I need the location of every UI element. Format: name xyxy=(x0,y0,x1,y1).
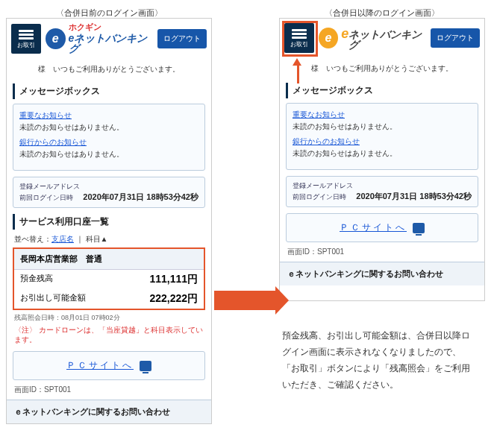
greeting-text: 様 いつもご利用ありがとうございます。 xyxy=(7,58,211,81)
logout-button[interactable]: ログアウト xyxy=(157,29,207,48)
explanation-text: 預金残高、お引出し可能金額は、合併日以降ログイン画面に表示されなくなりましたので… xyxy=(282,328,476,393)
note-body: カードローンは、「当座貸越」と科目表示しています。 xyxy=(14,326,203,344)
bank-notice-link[interactable]: 銀行からのお知らせ xyxy=(19,138,87,146)
meta-mail-label: 登録メールアドレス xyxy=(19,182,80,192)
balance-label: 預金残高 xyxy=(20,273,53,286)
cardloan-note: 〈注〉 カードローンは、「当座貸越」と科目表示しています。 xyxy=(14,326,204,345)
phone-before: お取引 e ホクギン eネットバンキング ログアウト 様 いつもご利用ありがとう… xyxy=(6,18,212,424)
important-notice-text: 未読のお知らせはありません。 xyxy=(293,122,472,132)
messagebox: 重要なお知らせ 未読のお知らせはありません。 銀行からのお知らせ 未読のお知らせ… xyxy=(13,104,205,171)
transactions-menu-button[interactable]: お取引 xyxy=(11,24,41,54)
balance-value: 111,111円 xyxy=(149,273,198,286)
sort-by-item[interactable]: ｜ 科目▲ xyxy=(74,235,107,243)
bank-notice-text: 未読のお知らせはありません。 xyxy=(293,148,472,159)
account-head: 長岡本店営業部 普通 xyxy=(14,249,204,270)
section-messagebox-title: メッセージボックス xyxy=(286,83,478,98)
screen-id-value: SPT001 xyxy=(44,385,71,394)
logo-service: eネットバンキング xyxy=(69,33,153,54)
withdrawable-value: 222,222円 xyxy=(149,292,198,306)
messagebox: 重要なお知らせ 未読のお知らせはありません。 銀行からのお知らせ 未読のお知らせ… xyxy=(286,103,478,170)
logo-service-text: ネットバンキング xyxy=(348,29,426,50)
logo-service: eネットバンキング xyxy=(341,27,426,50)
caption-after: 〈合併日以降のログイン画面〉 xyxy=(279,7,485,19)
logout-button[interactable]: ログアウト xyxy=(431,28,480,48)
important-notice-text: 未読のお知らせはありません。 xyxy=(19,122,198,133)
arrow-up-icon xyxy=(296,58,301,83)
withdrawable-label: お引出し可能金額 xyxy=(20,292,86,306)
connector-arrow-icon xyxy=(214,291,278,310)
meta-timestamp: 2020年07月31日 18時53分42秒 xyxy=(83,192,198,203)
menu-label: お取引 xyxy=(17,41,35,49)
note-tag: 〈注〉 xyxy=(14,326,37,334)
section-accounts-title: サービス利用口座一覧 xyxy=(13,214,205,230)
app-header: お取引 e ホクギン eネットバンキング ログアウト xyxy=(7,19,211,58)
logo-e: e xyxy=(341,27,348,40)
sort-prefix: 並べ替え： xyxy=(14,235,51,243)
screen-id-label: 画面ID： xyxy=(14,385,44,394)
logo: e eネットバンキング xyxy=(319,27,426,50)
pc-site-label: ＰＣサイトへ xyxy=(340,221,407,234)
login-meta: 登録メールアドレス 前回ログイン日時 2020年07月31日 18時53分42秒 xyxy=(286,176,478,207)
pc-site-button[interactable]: ＰＣサイトへ xyxy=(286,213,478,242)
login-meta: 登録メールアドレス 前回ログイン日時 2020年07月31日 18時53分42秒 xyxy=(13,177,205,208)
monitor-icon xyxy=(413,223,425,233)
screen-id-label: 画面ID： xyxy=(287,247,317,256)
callout-frame-menu xyxy=(282,21,318,57)
meta-lastlogin-label: 前回ログイン日時 xyxy=(19,193,73,203)
logo: e ホクギン eネットバンキング xyxy=(46,23,153,54)
sort-controls: 並べ替え：支店名 ｜ 科目▲ xyxy=(14,234,204,244)
meta-timestamp: 2020年07月31日 18時53分42秒 xyxy=(356,191,472,202)
pc-site-button[interactable]: ＰＣサイトへ xyxy=(13,351,205,380)
bank-notice-text: 未読のお知らせはありません。 xyxy=(19,149,198,160)
pc-site-label: ＰＣサイトへ xyxy=(66,359,134,372)
logo-badge-icon: e xyxy=(46,28,66,49)
sort-by-branch-link[interactable]: 支店名 xyxy=(51,235,74,243)
monitor-icon xyxy=(140,361,151,371)
screen-id: 画面ID：SPT001 xyxy=(14,385,204,395)
caption-before: 〈合併日前のログイン画面〉 xyxy=(6,7,212,19)
screen-id-value: SPT001 xyxy=(317,247,344,256)
screen-id: 画面ID：SPT001 xyxy=(287,247,477,257)
greeting-text: 様 いつもご利用ありがとうございます。 xyxy=(280,57,484,80)
account-card: 長岡本店営業部 普通 預金残高 111,111円 お引出し可能金額 222,22… xyxy=(13,247,205,310)
logo-brand: ホクギン xyxy=(69,23,153,31)
important-notice-link[interactable]: 重要なお知らせ xyxy=(19,111,72,119)
important-notice-link[interactable]: 重要なお知らせ xyxy=(293,110,345,119)
balance-asof: 残高照会日時：08月01日 07時02分 xyxy=(14,313,204,323)
contact-footer[interactable]: ｅネットバンキングに関するお問い合わせ xyxy=(7,400,211,423)
logo-badge-icon: e xyxy=(319,28,338,48)
contact-footer[interactable]: ｅネットバンキングに関するお問い合わせ xyxy=(280,262,484,285)
section-messagebox-title: メッセージボックス xyxy=(13,83,205,99)
meta-mail-label: 登録メールアドレス xyxy=(293,181,353,191)
phone-after: お取引 e eネットバンキング ログアウト 様 いつもご利用ありがとうございます… xyxy=(279,18,485,301)
meta-lastlogin-label: 前回ログイン日時 xyxy=(293,192,346,202)
bank-notice-link[interactable]: 銀行からのお知らせ xyxy=(293,137,360,145)
